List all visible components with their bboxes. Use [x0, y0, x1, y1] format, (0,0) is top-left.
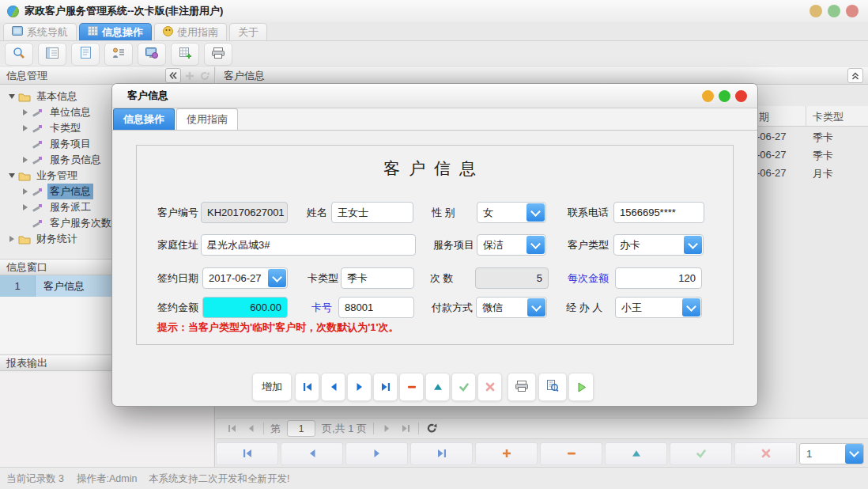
add-button[interactable]: 增加 [252, 373, 292, 401]
card-no-field[interactable]: 88001 [338, 297, 414, 318]
page-number-input[interactable] [287, 420, 315, 437]
chevron-down-icon[interactable] [684, 236, 702, 254]
grid-column-divider [806, 106, 806, 126]
customer-type-label: 客户类型 [568, 234, 609, 256]
address-field[interactable]: 星光水晶城3# [201, 234, 416, 256]
last-page-icon[interactable] [399, 423, 412, 434]
chevron-down-icon[interactable] [526, 236, 545, 254]
add-icon[interactable] [184, 70, 195, 81]
pay-method-select[interactable]: 微信 [476, 297, 547, 318]
last-record-button[interactable] [410, 442, 473, 465]
window-controls [810, 5, 859, 17]
delete-record-button[interactable] [540, 442, 602, 465]
run-button[interactable] [568, 373, 594, 401]
help-icon [163, 26, 173, 39]
maximize-button[interactable] [828, 5, 840, 17]
service-select[interactable]: 保洁 [477, 234, 546, 256]
sidebar-header: 信息管理 [0, 66, 215, 85]
next-page-icon[interactable] [380, 423, 393, 434]
folder-icon [18, 91, 32, 102]
chevron-right-icon[interactable] [20, 109, 30, 116]
title-bar: 家政客户服务管理系统--次卡版(非注册用户) [0, 0, 868, 23]
add-record-button[interactable] [475, 442, 538, 465]
chevron-right-icon[interactable] [20, 188, 30, 195]
tab-system-nav[interactable]: 系统导航 [3, 23, 77, 40]
next-record-button[interactable] [347, 373, 372, 401]
name-field[interactable]: 王女士 [331, 202, 413, 223]
chevron-down-icon[interactable] [682, 298, 700, 317]
dialog-tab-guide[interactable]: 使用指南 [176, 108, 238, 130]
grid-cell-card-type: 季卡 [813, 131, 833, 145]
collapse-left-icon[interactable] [165, 68, 181, 83]
chevron-down-icon[interactable] [6, 173, 17, 178]
search-button[interactable] [5, 43, 33, 66]
window-title: 家政客户服务管理系统--次卡版(非注册用户) [25, 4, 223, 18]
edit-record-button[interactable] [605, 442, 667, 465]
dialog-window-controls [702, 90, 747, 102]
tab-user-guide[interactable]: 使用指南 [154, 23, 227, 40]
print-button[interactable] [204, 43, 232, 66]
chevron-down-icon[interactable] [526, 203, 545, 222]
refresh-icon[interactable] [199, 70, 210, 81]
handler-value: 小王 [621, 301, 642, 315]
page-size-select[interactable]: 1 [799, 443, 864, 464]
staff-button[interactable] [104, 43, 133, 66]
sign-date-select[interactable]: 2017-06-27 [202, 267, 288, 289]
last-record-button[interactable] [373, 373, 398, 401]
chevron-down-icon[interactable] [6, 94, 17, 99]
customer-info-dialog: 客户信息 信息操作 使用指南 客户信息 客户编号 KH20170627001 姓… [111, 83, 758, 407]
collapse-up-icon[interactable] [847, 68, 863, 83]
card-type-field[interactable]: 季卡 [341, 267, 414, 289]
save-record-button[interactable] [451, 373, 476, 401]
chevron-down-icon[interactable] [268, 269, 286, 287]
cancel-record-button[interactable] [734, 442, 797, 465]
refresh-icon[interactable] [425, 423, 438, 434]
print-preview-button[interactable] [538, 373, 567, 401]
gender-select[interactable]: 女 [477, 202, 546, 223]
workstation-button[interactable] [138, 43, 166, 66]
next-record-button[interactable] [345, 442, 408, 465]
save-record-button[interactable] [670, 442, 732, 465]
per-amount-field[interactable]: 120 [615, 267, 702, 289]
tab-info-ops[interactable]: 信息操作 [79, 23, 152, 40]
grid-cell-date: -06-27 [757, 131, 787, 142]
first-page-icon[interactable] [225, 423, 238, 434]
sign-date-label: 签约日期 [157, 267, 198, 289]
sign-amount-field[interactable]: 600.00 [202, 297, 288, 318]
chevron-right-icon[interactable] [20, 125, 30, 131]
print-button[interactable] [508, 373, 536, 401]
chevron-down-icon[interactable] [527, 298, 545, 317]
minimize-button[interactable] [702, 90, 714, 102]
tab-label: 使用指南 [187, 112, 228, 127]
maximize-button[interactable] [719, 90, 730, 102]
delete-record-button[interactable] [399, 373, 424, 401]
chevron-right-icon[interactable] [6, 236, 17, 242]
search-icon [13, 47, 25, 62]
customer-type-select[interactable]: 办卡 [613, 234, 704, 256]
printer-icon [515, 381, 528, 394]
close-button[interactable] [735, 90, 747, 102]
card-no-label: 卡号 [311, 297, 332, 318]
prev-page-icon[interactable] [244, 423, 257, 434]
chevron-right-icon[interactable] [20, 204, 30, 210]
per-amount-label: 每次金额 [568, 267, 609, 289]
customer-no-label: 客户编号 [157, 202, 198, 223]
tab-about[interactable]: 关于 [229, 23, 267, 40]
handler-select[interactable]: 小王 [615, 297, 702, 318]
document-button[interactable] [71, 43, 100, 66]
table-add-button[interactable] [171, 43, 199, 66]
prev-record-button[interactable] [321, 373, 345, 401]
info-window-title: 信息窗口 [6, 260, 47, 275]
close-button[interactable] [846, 5, 859, 17]
chevron-down-icon[interactable] [845, 444, 863, 464]
chevron-right-icon[interactable] [20, 157, 30, 163]
prev-record-button[interactable] [281, 442, 343, 465]
phone-field[interactable]: 1566695**** [613, 202, 704, 223]
minimize-button[interactable] [810, 5, 822, 17]
first-record-button[interactable] [295, 373, 319, 401]
list-view-button[interactable] [38, 43, 66, 66]
first-record-button[interactable] [216, 442, 278, 465]
dialog-tab-info-ops[interactable]: 信息操作 [113, 108, 175, 130]
cancel-record-button[interactable] [477, 373, 502, 401]
edit-record-button[interactable] [425, 373, 450, 401]
